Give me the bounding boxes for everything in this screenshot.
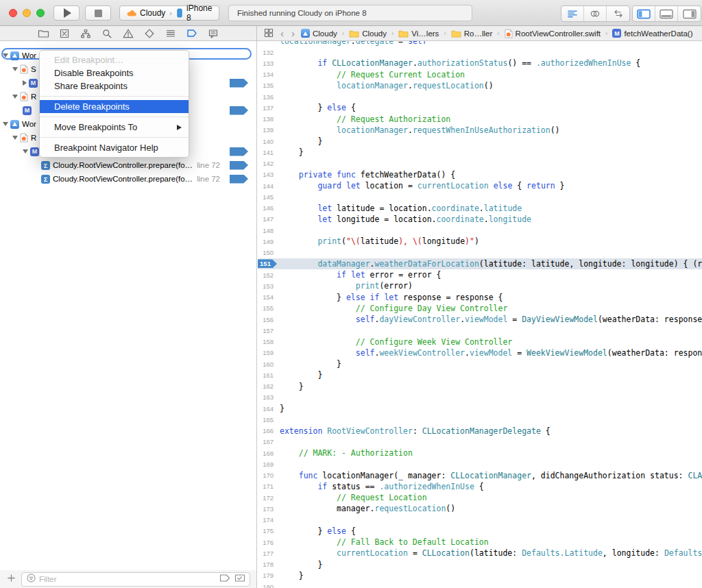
find-navigator-icon[interactable] xyxy=(101,27,113,40)
zoom-window-button[interactable] xyxy=(36,9,45,17)
related-items-button[interactable] xyxy=(263,27,274,40)
source-control-navigator-icon[interactable] xyxy=(58,27,71,40)
line-number[interactable]: 139 xyxy=(258,126,277,134)
line-number[interactable]: 133 xyxy=(258,60,277,67)
breakpoint-navigator-icon-active[interactable] xyxy=(186,27,198,40)
line-number[interactable]: 136 xyxy=(258,93,277,101)
line-number[interactable]: 149 xyxy=(258,238,277,245)
line-number[interactable]: 147 xyxy=(258,215,277,223)
line-number[interactable]: 163 xyxy=(258,393,277,401)
breakpoint-arrow-badge[interactable] xyxy=(230,161,248,170)
disclosure-down-icon[interactable] xyxy=(12,95,18,99)
line-number[interactable]: 162 xyxy=(258,382,277,390)
line-number[interactable]: 142 xyxy=(258,160,277,167)
line-number[interactable]: 145 xyxy=(258,193,277,201)
line-number[interactable]: 157 xyxy=(258,327,277,334)
breadcrumb-3[interactable]: Ro…ller xyxy=(451,29,493,38)
disclosure-down-icon[interactable] xyxy=(23,149,28,154)
line-number[interactable]: 156 xyxy=(258,316,277,323)
filter-field[interactable]: Filter xyxy=(21,572,250,587)
breakpoint-arrow-badge[interactable] xyxy=(230,147,248,156)
line-number[interactable]: 132 xyxy=(258,49,277,56)
menu-item-delete-breakpoints[interactable]: Delete Breakpoints xyxy=(40,100,189,113)
test-navigator-icon[interactable] xyxy=(143,27,156,40)
breadcrumb-1[interactable]: Cloudy xyxy=(349,29,387,38)
project-navigator-icon[interactable] xyxy=(37,27,49,40)
debug-navigator-icon[interactable] xyxy=(165,27,177,40)
back-button[interactable]: ‹ xyxy=(279,27,285,39)
line-number[interactable]: 177 xyxy=(258,550,277,557)
line-number[interactable]: 141 xyxy=(258,149,277,156)
breakpoint-arrow-badge[interactable] xyxy=(230,79,248,88)
line-number[interactable]: 159 xyxy=(258,349,277,356)
line-number[interactable]: 150 xyxy=(258,249,277,256)
editor-mode-1[interactable] xyxy=(584,6,607,21)
breakpoint-row[interactable]: ΣCloudy.RootViewController.prepare(fo…li… xyxy=(0,158,298,172)
line-number[interactable]: 138 xyxy=(258,115,277,123)
disclosure-down-icon[interactable] xyxy=(3,53,8,58)
report-navigator-icon[interactable] xyxy=(207,27,219,40)
disclosure-right-icon[interactable] xyxy=(23,80,27,86)
menu-item-share-breakpoints[interactable]: Share Breakpoints xyxy=(40,79,189,93)
line-number[interactable]: 173 xyxy=(258,505,277,513)
breakpoint-arrow-badge[interactable] xyxy=(230,106,248,115)
line-number[interactable]: 135 xyxy=(258,82,277,89)
scheme-selector[interactable]: Cloudy › iPhone 8 xyxy=(119,5,219,21)
line-number[interactable]: 144 xyxy=(258,182,277,190)
line-number[interactable]: 167 xyxy=(258,438,277,445)
source-editor[interactable]: locationManager.delegate = self132133 if… xyxy=(258,41,702,588)
issue-navigator-icon[interactable] xyxy=(122,27,134,40)
panel-toggle-1[interactable] xyxy=(655,6,678,21)
line-number[interactable]: 168 xyxy=(258,450,277,457)
breadcrumb-4[interactable]: RootViewController.swift xyxy=(505,29,601,38)
menu-item-move-breakpoints-to[interactable]: Move Breakpoints To xyxy=(40,121,189,134)
menu-item-breakpoint-navigator-help[interactable]: Breakpoint Navigator Help xyxy=(40,141,189,154)
panel-toggle-0-active[interactable] xyxy=(633,6,655,21)
panel-toggle-2[interactable] xyxy=(678,6,701,21)
line-number[interactable]: 175 xyxy=(258,527,277,535)
line-number[interactable]: 161 xyxy=(258,371,277,379)
disclosure-down-icon[interactable] xyxy=(12,136,18,140)
symbol-navigator-icon[interactable] xyxy=(80,27,92,40)
line-number[interactable]: 153 xyxy=(258,282,277,290)
line-number[interactable]: 180 xyxy=(258,583,277,588)
line-number[interactable]: 165 xyxy=(258,416,277,424)
line-number[interactable]: 160 xyxy=(258,360,277,368)
editor-mode-2[interactable] xyxy=(607,6,629,21)
breakpoint-row[interactable]: ΣCloudy.RootViewController.prepare(fo…li… xyxy=(0,172,298,186)
line-number[interactable]: 140 xyxy=(258,138,277,145)
line-number[interactable]: 170 xyxy=(258,471,277,479)
menu-item-disable-breakpoints[interactable]: Disable Breakpoints xyxy=(40,66,189,79)
line-number[interactable]: 169 xyxy=(258,461,277,468)
line-number[interactable]: 137 xyxy=(258,104,277,112)
breakpoint-arrow-badge[interactable] xyxy=(230,175,248,184)
line-number[interactable]: 148 xyxy=(258,227,277,234)
line-number[interactable]: 155 xyxy=(258,304,277,312)
breakpoint-line-badge[interactable]: 151 xyxy=(258,259,277,268)
line-number[interactable]: 154 xyxy=(258,293,277,301)
line-number[interactable]: 178 xyxy=(258,561,277,568)
stop-button[interactable] xyxy=(85,5,111,21)
line-number[interactable]: 146 xyxy=(258,204,277,212)
minimize-window-button[interactable] xyxy=(23,9,31,17)
breadcrumb-5[interactable]: MfetchWeatherData() xyxy=(612,29,692,38)
line-number[interactable]: 179 xyxy=(258,572,277,579)
forward-button[interactable]: › xyxy=(290,27,296,39)
breakpoint-outline-toggle[interactable] xyxy=(219,573,231,585)
close-window-button[interactable] xyxy=(9,9,17,17)
run-button[interactable] xyxy=(53,5,80,21)
checked-flag-toggle[interactable] xyxy=(234,573,245,585)
line-number[interactable]: 166 xyxy=(258,427,277,434)
line-number[interactable]: 164 xyxy=(258,405,277,413)
breadcrumb-2[interactable]: Vi…lers xyxy=(398,29,439,38)
breadcrumb-0[interactable]: Cloudy xyxy=(301,29,337,38)
line-number[interactable]: 143 xyxy=(258,171,277,178)
line-number[interactable]: 158 xyxy=(258,338,277,345)
line-number[interactable]: 152 xyxy=(258,271,277,279)
disclosure-down-icon[interactable] xyxy=(12,67,18,71)
line-number[interactable]: 172 xyxy=(258,494,277,502)
editor-mode-0-active[interactable] xyxy=(561,6,584,21)
line-number[interactable]: 171 xyxy=(258,482,277,490)
line-number[interactable]: 176 xyxy=(258,539,277,546)
disclosure-down-icon[interactable] xyxy=(3,122,8,126)
